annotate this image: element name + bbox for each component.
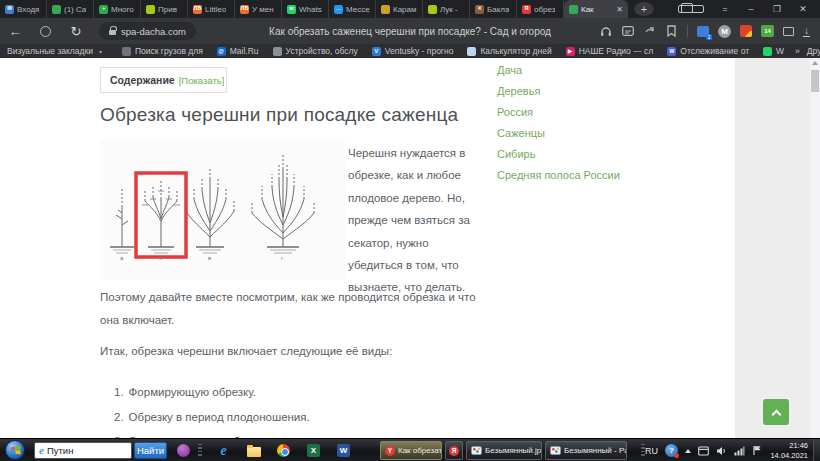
bookmark-ventusky[interactable]: V Ventusky - прогно: [365, 46, 461, 56]
sidebar-link-sibir[interactable]: Сибирь: [497, 148, 620, 169]
taskbar-ie-icon[interactable]: e: [216, 443, 231, 458]
paragraph-beside-image: Черешня нуждается в обрезке, как и любое…: [348, 142, 484, 299]
bookmark-device[interactable]: Устройство, обслу: [266, 46, 365, 56]
tab-mail[interactable]: ✉ Входя: [0, 0, 47, 18]
close-window-button[interactable]: ✕: [790, 4, 816, 14]
extension-red-icon[interactable]: [740, 25, 752, 37]
extension-folder-icon[interactable]: 1: [697, 26, 709, 37]
task-paint-app[interactable]: Безымянный - Paint: [545, 441, 627, 460]
scroll-to-top-button[interactable]: [763, 399, 789, 425]
action-center-icon[interactable]: [698, 442, 709, 460]
caret-down-icon: ▾: [99, 48, 102, 55]
sidebar-link-rossiya[interactable]: Россия: [497, 106, 620, 127]
chat-icon: …: [334, 5, 343, 14]
bookmark-icon[interactable]: [665, 25, 678, 38]
browser-menu-button[interactable]: =: [712, 4, 738, 14]
protect-icon[interactable]: [40, 26, 51, 37]
headphones-icon[interactable]: [599, 25, 612, 38]
sidebar-link-dacha[interactable]: Дача: [497, 64, 620, 85]
tab-active-kak[interactable]: Как ✕: [564, 0, 628, 18]
lb-icon: ЛБ: [193, 5, 202, 14]
tab-messenger[interactable]: … Мессе: [329, 0, 376, 18]
tab-bakla[interactable]: ✕ Бакла: [470, 0, 517, 18]
share-icon[interactable]: [643, 25, 656, 38]
toc-show-link[interactable]: [Показать]: [179, 75, 225, 86]
taskbar-explorer-icon[interactable]: [246, 443, 261, 458]
taskbar-chrome-icon[interactable]: [276, 443, 291, 458]
clock-time: 21:46: [762, 441, 808, 451]
download-icon[interactable]: ↓: [803, 26, 810, 37]
system-tray: RU ?: [645, 439, 762, 461]
new-tab-button[interactable]: +: [634, 2, 654, 16]
page-scrollbar[interactable]: [810, 58, 820, 438]
clock-date: 14.04.2021: [762, 451, 808, 461]
tree-diagram: [100, 139, 345, 280]
extension-adblock-icon[interactable]: 14: [761, 25, 774, 37]
pruning-diagram-image: а б в г: [100, 139, 345, 280]
help-notification-icon[interactable]: ?: [665, 444, 678, 457]
sidebar-link-sazhentsy[interactable]: Саженцы: [497, 127, 620, 148]
taskbar-excel-icon[interactable]: X: [306, 443, 321, 458]
minimize-button[interactable]: –: [738, 4, 764, 14]
tab-karam[interactable]: Карам: [376, 0, 423, 18]
bookmark-cargo[interactable]: Поиск грузов для: [115, 46, 210, 56]
tab-close-icon[interactable]: ✕: [616, 5, 623, 14]
show-desktop-button[interactable]: [813, 439, 820, 461]
window-controls: = – ❐ ✕: [670, 0, 820, 18]
network-icon[interactable]: [734, 442, 745, 460]
tab-obrez[interactable]: Я обрез: [517, 0, 564, 18]
play-icon: ▶: [566, 47, 575, 56]
url-field[interactable]: spa-dacha.com: [99, 22, 196, 40]
flag-icon[interactable]: [752, 442, 762, 460]
task-paint-file[interactable]: Безымянный.jpg (к...: [466, 441, 542, 460]
other-bookmarks-button[interactable]: Другие закладки ▾: [800, 46, 820, 56]
bookmark-whatsapp[interactable]: W: [756, 46, 791, 56]
task-yandex-window[interactable]: Я: [445, 441, 463, 460]
calculator-icon: [467, 47, 476, 56]
bookmark-radio[interactable]: ▶ НАШЕ Радио — сл: [559, 46, 661, 56]
taskbar-clock[interactable]: 21:46 14.04.2021: [762, 441, 808, 460]
search-find-button[interactable]: Найти: [134, 442, 167, 459]
tab-bar: ✉ Входя (1) Са + Много Прив ЛБ Littleo Л…: [0, 0, 820, 18]
bookmark-tracking[interactable]: W Отслеживание от: [660, 46, 756, 56]
tab-mnogo[interactable]: + Много: [94, 0, 141, 18]
sidebar-link-srednyaya-polosa[interactable]: Средняя полоса России: [497, 169, 620, 190]
excel-icon: X: [307, 444, 320, 457]
search-input[interactable]: [47, 445, 117, 456]
page-background-strip: [735, 58, 810, 438]
sidebar-link-derevya[interactable]: Деревья: [497, 85, 620, 106]
page-content: Содержание [Показать] Обрезка черешни пр…: [0, 58, 820, 438]
tab-luk[interactable]: Лук -: [423, 0, 470, 18]
refresh-button[interactable]: ↻: [61, 24, 91, 39]
tab-panel-icon[interactable]: [678, 5, 704, 13]
tab-littleone[interactable]: ЛБ Littleo: [188, 0, 235, 18]
tab-sad[interactable]: (1) Са: [47, 0, 94, 18]
windows-logo-icon: [10, 445, 21, 455]
tab-whatsapp[interactable]: w Whats: [282, 0, 329, 18]
bookmark-mailru[interactable]: @ Mail.Ru: [210, 46, 266, 56]
start-button[interactable]: [5, 440, 25, 460]
volume-icon[interactable]: [716, 442, 727, 460]
maximize-button[interactable]: ❐: [764, 4, 790, 14]
tray-expand-icon[interactable]: [685, 449, 691, 453]
mail-icon: ✉: [5, 5, 14, 14]
taskbar-app-icon[interactable]: [176, 443, 191, 458]
language-indicator[interactable]: RU: [645, 446, 658, 456]
screen: ✉ Входя (1) Са + Много Прив ЛБ Littleo Л…: [0, 0, 820, 461]
taskbar-word-icon[interactable]: W: [336, 443, 351, 458]
yandex-browser-icon: Y: [385, 446, 395, 456]
task-browser-window[interactable]: Y Как обрезать сажен: [380, 441, 442, 460]
bookmark-visual-tabs[interactable]: Визуальные закладки ▾: [0, 46, 109, 56]
divider: [687, 25, 688, 37]
extension-m-icon[interactable]: M: [718, 25, 731, 38]
bookmark-calculator[interactable]: Калькулятор дней: [460, 46, 558, 56]
back-button[interactable]: ←: [0, 24, 30, 39]
scrollbar-up-arrow[interactable]: [812, 61, 818, 65]
tab-priv[interactable]: Прив: [141, 0, 188, 18]
tab-umenya[interactable]: ЛБ У мен: [235, 0, 282, 18]
scrollbar-thumb[interactable]: [811, 70, 819, 92]
taskbar-search-box[interactable]: e: [34, 442, 132, 459]
gold-icon: [381, 5, 390, 14]
extension-cards-icon[interactable]: [783, 27, 794, 36]
translate-icon[interactable]: [621, 25, 634, 38]
